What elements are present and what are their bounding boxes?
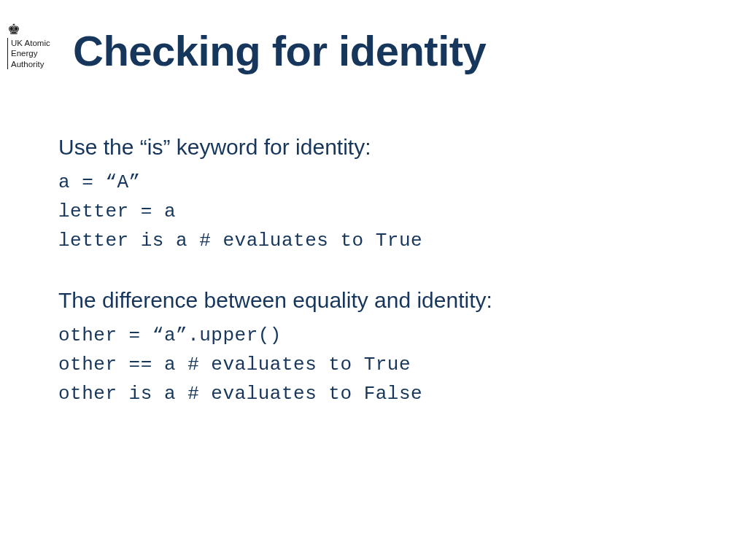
spacer [58,255,703,284]
code-line: other == a # evaluates to True [58,350,703,379]
slide-body: Use the “is” keyword for identity: a = “… [58,131,703,409]
code-line: other = “a”.upper() [58,321,703,350]
section-heading: Use the “is” keyword for identity: [58,131,703,163]
org-name-line: UK Atomic [11,38,58,48]
slide: ♚ UK Atomic Energy Authority Checking fo… [0,0,747,560]
org-name: UK Atomic Energy Authority [7,38,58,69]
crown-icon: ♚ [7,22,58,36]
code-line: letter is a # evaluates to True [58,226,703,255]
org-name-line: Energy [11,48,58,58]
code-line: other is a # evaluates to False [58,379,703,408]
page-title: Checking for identity [73,26,486,75]
code-line: letter = a [58,197,703,226]
org-logo: ♚ UK Atomic Energy Authority [7,22,58,69]
section-heading: The difference between equality and iden… [58,284,703,316]
org-name-line: Authority [11,59,58,69]
code-line: a = “A” [58,168,703,197]
